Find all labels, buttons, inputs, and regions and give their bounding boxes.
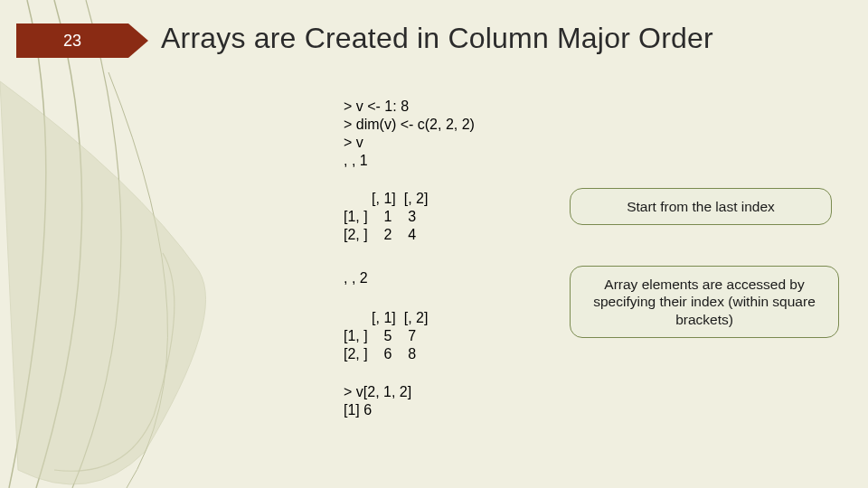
code-table-slice-1: [, 1] [, 2] [1, ] 1 3 [2, ] 2 4 — [344, 190, 428, 244]
code-slice-separator: , , 2 — [344, 269, 368, 287]
code-indexing: > v[2, 1, 2] [1] 6 — [344, 383, 411, 419]
callout-array-access: Array elements are accessed by specifyin… — [570, 266, 839, 338]
callout-text: Array elements are accessed by specifyin… — [593, 277, 816, 327]
callout-text: Start from the last index — [627, 199, 775, 214]
page-number-badge: 23 — [16, 23, 128, 58]
slide-decoration — [0, 0, 868, 488]
page-number: 23 — [63, 32, 81, 50]
page-badge-arrow — [128, 23, 148, 58]
code-commands-top: > v <- 1: 8 > dim(v) <- c(2, 2, 2) > v ,… — [344, 98, 475, 170]
code-table-slice-2: [, 1] [, 2] [1, ] 5 7 [2, ] 6 8 — [344, 309, 428, 363]
slide-title: Arrays are Created in Column Major Order — [161, 22, 713, 55]
callout-start-last-index: Start from the last index — [570, 188, 832, 225]
